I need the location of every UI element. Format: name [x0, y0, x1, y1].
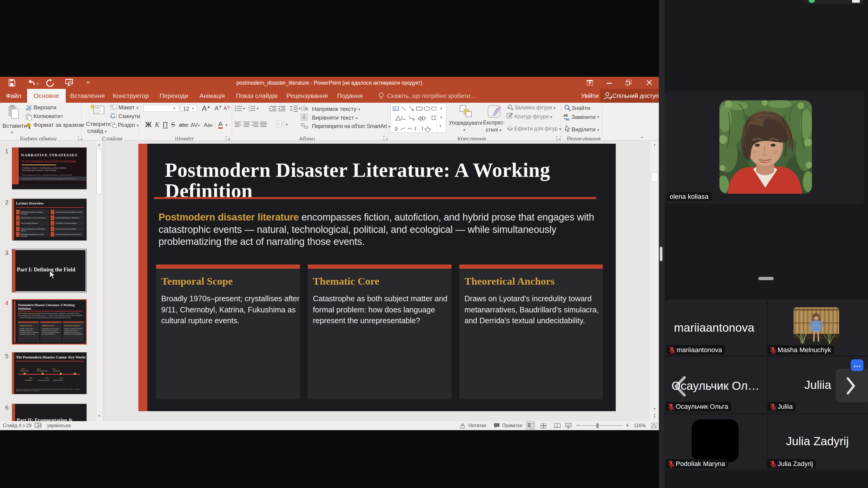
svg-text:А: А	[224, 106, 227, 111]
svg-text:ac: ac	[566, 117, 570, 121]
svg-text:3: 3	[248, 109, 250, 111]
svg-text:A: A	[305, 106, 308, 111]
